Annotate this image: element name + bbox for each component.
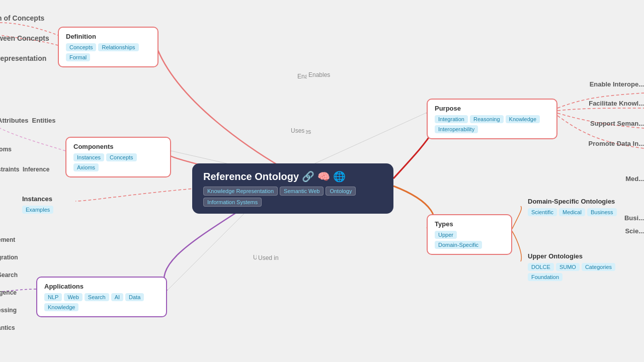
tag-knowledge-rep[interactable]: Knowledge Representation [203, 187, 278, 196]
tag-relationships[interactable]: Relationships [98, 43, 138, 51]
tag-upper[interactable]: Upper [435, 231, 457, 239]
definition-title: Definition [66, 33, 150, 40]
partial-enable: Enable Interope... [590, 80, 644, 88]
globe-icon: 🌐 [333, 170, 346, 183]
upper-node[interactable]: Upper Ontologies DOLCE SUMO Categories F… [521, 247, 636, 286]
tag-web[interactable]: Web [64, 293, 82, 301]
components-tags: Instances Concepts Axioms [73, 153, 163, 171]
partial-constraints: straints Inference [0, 166, 49, 173]
partial-axioms: ioms [0, 146, 12, 153]
upper-tags: DOLCE SUMO Categories Foundation [528, 263, 629, 281]
instances-tags: Examples [22, 206, 68, 214]
domain-tags: Scientific Medical Business [528, 208, 629, 216]
partial-scientific: Scie... [625, 227, 644, 235]
partial-semantics: antics [0, 324, 15, 331]
tag-categories[interactable]: Categories [582, 263, 615, 271]
partial-element: ement [0, 236, 15, 243]
tag-knowledge[interactable]: Knowledge [506, 115, 540, 123]
brain-icon: 🧠 [317, 170, 330, 183]
link-icon: 🔗 [302, 170, 314, 183]
tag-medical[interactable]: Medical [559, 208, 585, 216]
partial-facilitate: Facilitate Knowl... [589, 100, 644, 107]
partial-search: Search [0, 272, 18, 279]
components-node[interactable]: Components Instances Concepts Axioms [65, 137, 171, 177]
tag-nlp[interactable]: NLP [44, 293, 62, 301]
applications-tags: NLP Web Search AI Data Knowledge [44, 293, 159, 311]
tag-instances[interactable]: Instances [73, 153, 104, 161]
mind-map-canvas: Enables Uses Used in n of Concepts ween … [0, 0, 644, 362]
tag-ai[interactable]: AI [111, 293, 123, 301]
partial-intelligence: igence [0, 289, 17, 296]
uses-label: Uses [289, 127, 306, 134]
types-title: Types [435, 220, 504, 228]
instances-node[interactable]: Instances Examples [15, 190, 75, 219]
tag-business[interactable]: Business [587, 208, 617, 216]
center-node[interactable]: Reference Ontology 🔗 🧠 🌐 Knowledge Repre… [192, 163, 393, 214]
tag-formal[interactable]: Formal [66, 53, 90, 61]
domain-title: Domain-Specific Ontologies [528, 198, 629, 205]
tag-ontology[interactable]: Ontology [326, 187, 356, 196]
definition-tags: Concepts Relationships Formal [66, 43, 150, 61]
tag-concepts[interactable]: Concepts [106, 153, 136, 161]
domain-node[interactable]: Domain-Specific Ontologies Scientific Me… [521, 193, 636, 221]
tag-search[interactable]: Search [85, 293, 109, 301]
tag-dolce[interactable]: DOLCE [528, 263, 554, 271]
purpose-title: Purpose [435, 105, 549, 112]
instances-title: Instances [22, 195, 68, 203]
tag-domain-specific[interactable]: Domain-Specific [435, 241, 482, 249]
tag-semantic-web[interactable]: Semantic Web [280, 187, 324, 196]
tag-reasoning[interactable]: Reasoning [470, 115, 504, 123]
partial-promote: Promote Data In... [588, 140, 644, 147]
purpose-tags: Integration Reasoning Knowledge Interope… [435, 115, 549, 133]
tag-data[interactable]: Data [125, 293, 144, 301]
partial-repr: representation [0, 54, 46, 62]
tag-scientific[interactable]: Scientific [528, 208, 557, 216]
partial-attributes: Attributes Entities [0, 117, 56, 124]
partial-concepts: n of Concepts [0, 14, 44, 22]
partial-support: Support Seman... [590, 120, 644, 127]
upper-title: Upper Ontologies [528, 252, 629, 260]
tag-concepts[interactable]: Concepts [66, 43, 96, 51]
tag-examples[interactable]: Examples [22, 206, 53, 214]
used-in-label: Used in [257, 254, 280, 261]
center-tags: Knowledge Representation Semantic Web On… [203, 187, 382, 207]
tag-axioms[interactable]: Axioms [73, 163, 99, 171]
definition-node[interactable]: Definition Concepts Relationships Formal [58, 27, 158, 67]
tag-knowledge-app[interactable]: Knowledge [44, 303, 78, 311]
tag-info-systems[interactable]: Information Systems [203, 198, 262, 207]
partial-medical: Med... [625, 175, 644, 183]
applications-node[interactable]: Applications NLP Web Search AI Data Know… [36, 277, 167, 317]
applications-title: Applications [44, 283, 159, 290]
tag-sumo[interactable]: SUMO [556, 263, 580, 271]
tag-interoperability[interactable]: Interoperability [435, 125, 478, 133]
components-title: Components [73, 143, 163, 150]
tag-integration[interactable]: Integration [435, 115, 468, 123]
types-node[interactable]: Types Upper Domain-Specific [427, 214, 512, 255]
types-tags: Upper Domain-Specific [435, 231, 504, 249]
enables-label: Enables [307, 71, 332, 78]
center-title: Reference Ontology 🔗 🧠 🌐 [203, 170, 382, 183]
partial-between: ween Concepts [0, 34, 49, 42]
partial-integration: gration [0, 254, 18, 261]
tag-foundation[interactable]: Foundation [528, 273, 562, 281]
partial-processing: essing [0, 307, 17, 314]
purpose-node[interactable]: Purpose Integration Reasoning Knowledge … [427, 99, 557, 139]
